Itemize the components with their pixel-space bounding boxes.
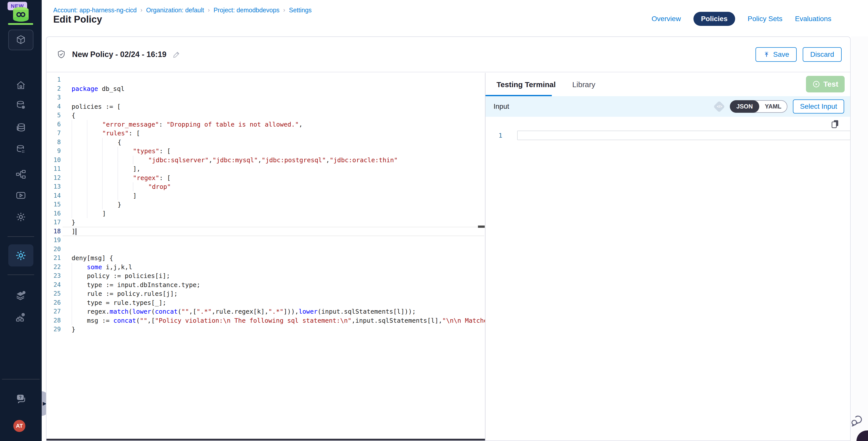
sidebar-item-databases[interactable] bbox=[13, 120, 29, 136]
line-number: 13 bbox=[46, 182, 61, 191]
sidebar-item-db-schemas[interactable] bbox=[13, 141, 29, 157]
line-number: 12 bbox=[46, 174, 61, 183]
input-line-number: 1 bbox=[499, 132, 502, 139]
code-line[interactable]: 20 bbox=[46, 245, 485, 254]
select-input-button[interactable]: Select Input bbox=[793, 99, 844, 114]
line-content: policy := policies[i]; bbox=[71, 272, 170, 281]
pipeline-tree-icon bbox=[15, 169, 26, 180]
code-line[interactable]: 21deny[msg] { bbox=[46, 254, 485, 263]
sidebar-item-project-settings[interactable] bbox=[8, 244, 33, 266]
format-yaml[interactable]: YAML bbox=[759, 103, 787, 110]
code-line[interactable]: 3 bbox=[46, 93, 485, 102]
policy-name: New Policy - 02/24 - 16:19 bbox=[72, 50, 166, 59]
line-content: deny[msg] { bbox=[71, 254, 113, 263]
line-content: "drop" bbox=[71, 182, 171, 191]
code-line[interactable]: 11], bbox=[46, 164, 485, 174]
tab-policies[interactable]: Policies bbox=[693, 12, 735, 26]
discard-label: Discard bbox=[810, 51, 834, 59]
policy-code-editor[interactable]: 12package db_sql34policies := [5{6"error… bbox=[46, 73, 485, 441]
edit-pencil-icon[interactable] bbox=[173, 51, 181, 59]
code-line[interactable]: 7"rules": [ bbox=[46, 129, 485, 138]
copy-button[interactable] bbox=[831, 119, 840, 129]
sidebar-item-home[interactable] bbox=[13, 77, 29, 93]
line-number: 10 bbox=[46, 156, 61, 165]
sidebar-item-module[interactable] bbox=[8, 30, 33, 50]
input-field[interactable] bbox=[517, 131, 851, 140]
line-number: 16 bbox=[46, 209, 61, 218]
line-content: rule := policy.rules[j]; bbox=[71, 289, 178, 298]
code-line[interactable]: 4policies := [ bbox=[46, 102, 485, 111]
code-line[interactable]: 25rule := policy.rules[j]; bbox=[46, 289, 485, 298]
discard-button[interactable]: Discard bbox=[803, 47, 842, 62]
harness-dbops-logo[interactable] bbox=[11, 6, 31, 22]
sidebar-item-db-instances[interactable] bbox=[13, 97, 29, 113]
save-button[interactable]: Save bbox=[755, 47, 797, 62]
line-content: { bbox=[71, 138, 121, 147]
tab-overview[interactable]: Overview bbox=[651, 15, 681, 23]
line-number: 2 bbox=[46, 84, 61, 93]
sidebar-item-executions[interactable] bbox=[13, 187, 29, 203]
code-line[interactable]: 24type := input.dbInstance.type; bbox=[46, 281, 485, 289]
tab-policy-sets[interactable]: Policy Sets bbox=[748, 15, 783, 23]
code-line[interactable]: 10"jdbc:sqlserver","jdbc:mysql","jdbc:po… bbox=[46, 156, 485, 165]
code-line[interactable]: 22some i,j,k,l bbox=[46, 263, 485, 272]
code-line[interactable]: 2package db_sql bbox=[46, 84, 485, 93]
breadcrumb-item[interactable]: Organization: default bbox=[146, 6, 204, 14]
sidebar-item-infrastructure[interactable] bbox=[13, 309, 29, 325]
sidebar-item-layers[interactable] bbox=[13, 288, 29, 304]
breadcrumb-item[interactable]: Account: app-harness-ng-cicd bbox=[53, 6, 136, 14]
code-line[interactable]: 29} bbox=[46, 325, 485, 334]
input-label: Input bbox=[494, 102, 509, 111]
code-line[interactable]: 27regex.match(lower(concat("",[".*",rule… bbox=[46, 307, 485, 316]
tab-library[interactable]: Library bbox=[572, 81, 595, 89]
line-number: 11 bbox=[46, 164, 61, 174]
code-line[interactable]: 1 bbox=[46, 75, 485, 84]
code-line[interactable]: 6"error_message": "Dropping of table is … bbox=[46, 120, 485, 129]
code-line[interactable]: 28msg := concat("",["Policy violation:\n… bbox=[46, 316, 485, 325]
sidebar-item-pipelines[interactable] bbox=[13, 166, 29, 182]
code-line[interactable]: 16] bbox=[46, 209, 485, 218]
input-bar-controls: </> JSON YAML Select Input bbox=[715, 99, 844, 114]
shield-check-icon bbox=[57, 50, 66, 59]
copy-icon bbox=[831, 119, 840, 129]
top-header: Account: app-harness-ng-cicd›Organizatio… bbox=[42, 0, 868, 36]
support-chat-button[interactable] bbox=[850, 413, 864, 427]
home-icon bbox=[16, 80, 26, 90]
code-line[interactable]: 23policy := policies[i]; bbox=[46, 272, 485, 281]
code-line[interactable]: 13"drop" bbox=[46, 182, 485, 191]
code-line[interactable]: 12"regex": [ bbox=[46, 174, 485, 183]
play-circle-icon bbox=[812, 80, 820, 88]
sidebar-help[interactable]: ? bbox=[13, 390, 29, 407]
line-number: 26 bbox=[46, 298, 61, 307]
code-line[interactable]: 26type = rule.types[_]; bbox=[46, 298, 485, 307]
code-line[interactable]: 9"types": [ bbox=[46, 147, 485, 156]
line-content: ] bbox=[71, 209, 106, 218]
breadcrumb-item[interactable]: Project: demodbdevops bbox=[214, 6, 280, 14]
format-toggle[interactable]: JSON YAML bbox=[730, 100, 787, 113]
code-line[interactable]: 19 bbox=[46, 236, 485, 245]
code-line[interactable]: 8{ bbox=[46, 138, 485, 147]
sidebar-divider bbox=[2, 379, 40, 379]
line-number: 5 bbox=[46, 111, 61, 120]
breadcrumb-item[interactable]: Settings bbox=[289, 6, 312, 14]
code-line[interactable]: 14] bbox=[46, 191, 485, 200]
user-avatar[interactable]: AT bbox=[13, 420, 25, 432]
code-line[interactable]: 17} bbox=[46, 218, 485, 227]
svg-text:?: ? bbox=[19, 395, 22, 400]
test-button[interactable]: Test bbox=[806, 76, 845, 92]
text-cursor bbox=[75, 228, 76, 235]
tab-evaluations[interactable]: Evaluations bbox=[795, 15, 831, 23]
format-json[interactable]: JSON bbox=[730, 100, 759, 113]
code-line[interactable]: 5{ bbox=[46, 111, 485, 120]
sidebar-item-settings[interactable] bbox=[13, 209, 29, 225]
line-number: 23 bbox=[46, 272, 61, 281]
module-tabs: OverviewPoliciesPolicy SetsEvaluations bbox=[651, 0, 831, 38]
database-infinity-icon bbox=[11, 6, 31, 22]
horizontal-scrollbar[interactable] bbox=[46, 439, 485, 441]
line-content: "types": [ bbox=[71, 147, 171, 156]
tab-testing-terminal[interactable]: Testing Terminal bbox=[497, 81, 556, 89]
line-number: 14 bbox=[46, 191, 61, 200]
code-line[interactable]: 18] bbox=[46, 227, 485, 236]
right-margin bbox=[851, 36, 868, 441]
code-line[interactable]: 15} bbox=[46, 200, 485, 209]
